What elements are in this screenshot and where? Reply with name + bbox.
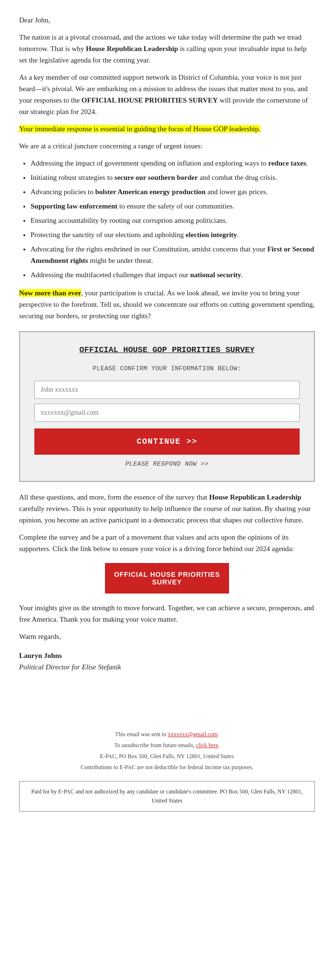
survey-confirm-label: PLEASE CONFIRM YOUR INFORMATION BELOW: (34, 364, 300, 374)
list-item-2: Initiating robust strategies to secure o… (31, 172, 315, 183)
survey-title: OFFICIAL HOUSE GOP PRIORITIES SURVEY (34, 344, 300, 356)
footer-address: E-PAC, PO Box 500, Glen Falls, NY 12801,… (19, 752, 315, 761)
footer-tax: Contributions to E-PAC are not deductibl… (19, 763, 315, 772)
footer-sent: This email was sent to xxxxxxx@gmail.com… (19, 730, 315, 739)
email-body: Dear John, The nation is at a pivotal cr… (14, 10, 320, 816)
bold-survey-name: OFFICIAL HOUSE PRIORITIES SURVEY (82, 96, 218, 104)
bold-energy: bolster American energy production (95, 188, 206, 196)
footer-sent-prefix: This email was sent to (115, 731, 167, 738)
footer-email-link[interactable]: xxxxxxx@gmail.com (168, 731, 218, 738)
footer-unsub: To unsubscribe from future emails, click… (19, 741, 315, 750)
list-item-7: Advocating for the rights enshrined in o… (31, 243, 315, 266)
bold-now-more: Now more than ever (19, 289, 81, 297)
footer-disclaimer: Paid for by E-PAC and not authorized by … (31, 788, 303, 804)
footer-disclaimer-box: Paid for by E-PAC and not authorized by … (19, 781, 315, 812)
signature-block: Lauryn Johns Political Director for Elis… (19, 650, 315, 673)
bold-house-rep-leadership-2: House Republican Leadership (209, 493, 301, 501)
bold-house-leadership: House Republican Leadership (86, 45, 178, 52)
paragraph-1: The nation is at a pivotal crossroad, an… (19, 31, 315, 66)
paragraph-3: We are at a critical juncture concerning… (19, 140, 315, 152)
greeting: Dear John, (19, 14, 315, 26)
priorities-survey-button[interactable]: OFFICIAL HOUSE PRIORITIES SURVEY (105, 563, 229, 594)
sig-title: Political Director for Elise Stefanik (19, 661, 315, 673)
list-item-3: Advancing policies to bolster American e… (31, 186, 315, 198)
paragraph-2: As a key member of our committed support… (19, 72, 315, 117)
paragraph-body2-3: Your insights give us the strength to mo… (19, 602, 315, 625)
please-respond-label: PLEASE RESPOND NOW >> (34, 459, 300, 469)
continue-button[interactable]: CONTINUE >> (34, 428, 300, 455)
spacer (19, 673, 315, 687)
paragraph-body2-1: All these questions, and more, form the … (19, 491, 315, 526)
paragraph-now: Now more than ever, your participation i… (19, 287, 315, 322)
name-input[interactable] (34, 381, 300, 399)
spacer2 (19, 687, 315, 701)
list-item-5: Ensuring accountability by rooting out c… (31, 215, 315, 226)
bold-national-security: national security (190, 271, 241, 279)
survey-box: OFFICIAL HOUSE GOP PRIORITIES SURVEY PLE… (19, 331, 315, 482)
list-item-1: Addressing the impact of government spen… (31, 157, 315, 169)
list-item-8: Addressing the multifaceted challenges t… (31, 269, 315, 281)
bold-southern-border: secure our southern border (115, 174, 198, 181)
sig-name: Lauryn Johns (19, 650, 315, 661)
bold-amendment-rights: First or Second Amendment rights (31, 245, 314, 264)
paragraph-body2-2: Complete the survey and be a part of a m… (19, 532, 315, 554)
issues-list: Addressing the impact of government spen… (31, 157, 315, 281)
highlighted-sentence: Your immediate response is essential in … (19, 125, 261, 133)
highlight-text: Your immediate response is essential in … (19, 123, 315, 135)
list-item-4: Supporting law enforcement to ensure the… (31, 200, 315, 212)
footer: This email was sent to xxxxxxx@gmail.com… (19, 730, 315, 812)
list-item-6: Protecting the sanctity of our elections… (31, 229, 315, 240)
bold-election-integrity: election integrity (186, 231, 237, 239)
unsubscribe-link[interactable]: click here (196, 742, 219, 749)
bold-law-enforcement: Supporting law enforcement (31, 202, 117, 210)
footer-period: . (218, 731, 219, 738)
warm-regards: Warm regards, (19, 631, 315, 642)
bold-reduce-taxes: reduce taxes (268, 159, 306, 167)
highlight-now-more: Now more than ever (19, 289, 81, 297)
email-input[interactable] (34, 404, 300, 422)
